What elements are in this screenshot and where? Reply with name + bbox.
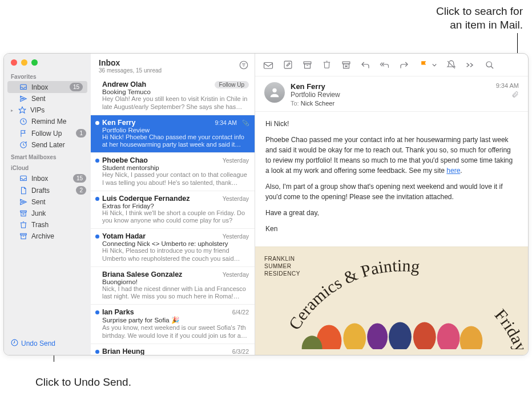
message-subject: Surprise party for Sofia 🎉 bbox=[102, 316, 249, 324]
sidebar-item-label: Archive bbox=[31, 232, 86, 240]
forward-icon[interactable] bbox=[399, 60, 409, 69]
message-item[interactable]: Briana Salese GonzalezYesterdayBuongiorn… bbox=[91, 267, 255, 305]
svg-point-27 bbox=[343, 323, 366, 349]
undo-send-button[interactable]: Undo Send bbox=[4, 333, 91, 355]
message-preview: Hey Nick, I passed your contact on to th… bbox=[102, 171, 249, 187]
message-list-pane: Inbox 36 messages, 15 unread Andrew Olah… bbox=[91, 54, 255, 355]
junk-icon[interactable] bbox=[341, 60, 351, 70]
message-item[interactable]: Brian Heung6/3/22Book cover?Hi Nick, so … bbox=[91, 344, 255, 355]
mail-from[interactable]: Ken Ferry bbox=[291, 82, 490, 91]
message-from: Andrew Olah bbox=[102, 80, 211, 88]
close-window-button[interactable] bbox=[11, 59, 17, 66]
flag-icon[interactable] bbox=[418, 60, 429, 70]
message-date: Yesterday bbox=[223, 157, 249, 164]
sidebar-item-icloud-trash[interactable]: Trash bbox=[4, 219, 91, 231]
message-item[interactable]: Andrew OlahFollow UpBooking TemucoHey Ol… bbox=[91, 77, 255, 115]
mail-p2: Phoebe Chao passed me your contact info … bbox=[265, 135, 518, 176]
sidebar-item-label: Inbox bbox=[31, 175, 69, 183]
sidebar-section-smart: Smart Mailboxes bbox=[4, 151, 91, 161]
sidebar-item-fav-vips[interactable]: ▸VIPs bbox=[4, 104, 91, 116]
compose-icon[interactable] bbox=[283, 60, 293, 70]
message-from: Luis Coderque Fernandez bbox=[102, 195, 219, 203]
search-icon[interactable] bbox=[485, 60, 495, 70]
reply-all-icon[interactable] bbox=[380, 60, 390, 69]
message-from: Briana Salese Gonzalez bbox=[102, 270, 219, 278]
sidebar-item-icloud-archive[interactable]: Archive bbox=[4, 231, 91, 242]
sidebar-item-fav-follow-up[interactable]: Follow Up1 bbox=[4, 127, 91, 139]
mail-p1: Hi Nick! bbox=[265, 119, 518, 129]
sidebar-item-icloud-junk[interactable]: Junk bbox=[4, 208, 91, 219]
sidebar-item-label: Remind Me bbox=[31, 118, 86, 126]
message-item[interactable]: Ian Parks6/4/22Surprise party for Sofia … bbox=[91, 305, 255, 344]
archive-icon[interactable] bbox=[302, 60, 312, 70]
svg-point-29 bbox=[389, 322, 412, 349]
message-item[interactable]: Yotam HadarYesterdayConnecting Nick <> U… bbox=[91, 229, 255, 267]
minimize-window-button[interactable] bbox=[21, 59, 27, 66]
count-badge: 2 bbox=[76, 186, 86, 195]
message-preview: Hi Nick, Pleased to introduce you to my … bbox=[102, 247, 249, 263]
count-badge: 15 bbox=[73, 174, 86, 183]
sent-icon bbox=[19, 95, 27, 103]
sidebar-item-icloud-drafts[interactable]: Drafts2 bbox=[4, 184, 91, 196]
sidebar-item-fav-remind-me[interactable]: Remind Me bbox=[4, 116, 91, 127]
svg-text:Ceramics & Painting: Ceramics & Painting bbox=[285, 256, 421, 333]
message-date: Yesterday bbox=[223, 195, 249, 202]
trash-icon[interactable] bbox=[321, 60, 332, 70]
unread-dot-icon bbox=[95, 121, 99, 125]
message-item[interactable]: Phoebe ChaoYesterdayStudent mentorshipHe… bbox=[91, 153, 255, 191]
attachment-preview[interactable]: FRANKLIN SUMMER RESIDENCY Ceramics & Pai… bbox=[255, 247, 528, 355]
message-from: Phoebe Chao bbox=[102, 156, 219, 164]
zoom-window-button[interactable] bbox=[31, 59, 38, 66]
sidebar-item-label: VIPs bbox=[30, 106, 86, 114]
window-controls bbox=[4, 54, 91, 70]
followup-pill: Follow Up bbox=[215, 81, 249, 88]
reply-icon[interactable] bbox=[360, 60, 370, 69]
sender-avatar[interactable] bbox=[264, 82, 285, 103]
message-item[interactable]: Luis Coderque FernandezYesterdayExtras f… bbox=[91, 191, 255, 229]
attachment-label: FRANKLIN SUMMER RESIDENCY bbox=[264, 255, 300, 277]
more-icon[interactable] bbox=[465, 62, 475, 68]
mail-subject: Portfolio Review bbox=[291, 91, 490, 99]
sidebar-item-fav-send-later[interactable]: Send Later bbox=[4, 139, 91, 151]
svg-point-23 bbox=[272, 88, 276, 92]
sidebar-item-icloud-sent[interactable]: Sent bbox=[4, 196, 91, 208]
message-subject: Portfolio Review bbox=[102, 127, 249, 134]
undo-send-icon bbox=[11, 339, 18, 348]
mail-p4: Have a great day, bbox=[265, 208, 518, 218]
mail-to-value[interactable]: Nick Scheer bbox=[301, 100, 334, 107]
message-subject: Booking Temuco bbox=[102, 88, 249, 95]
sent-icon bbox=[19, 198, 27, 206]
attachment-indicator-icon[interactable] bbox=[496, 91, 519, 99]
svg-rect-13 bbox=[264, 62, 273, 68]
mute-icon[interactable] bbox=[446, 60, 456, 70]
sidebar-section-icloud: iCloud bbox=[4, 161, 91, 172]
filter-button[interactable] bbox=[239, 60, 249, 72]
archive-icon bbox=[19, 232, 27, 240]
count-badge: 1 bbox=[76, 129, 86, 138]
sidebar-item-label: Sent bbox=[31, 95, 86, 103]
inbox-icon bbox=[19, 83, 27, 91]
sidebar-item-fav-sent[interactable]: Sent bbox=[4, 93, 91, 104]
junk-icon bbox=[19, 209, 27, 217]
mail-p3: Also, I'm part of a group show that's op… bbox=[265, 181, 518, 202]
mailbox-subtitle: 36 messages, 15 unread bbox=[99, 67, 239, 74]
message-subject: Buongiorno! bbox=[102, 278, 249, 285]
paperclip-icon: 📎 bbox=[242, 120, 249, 126]
flag-icon bbox=[19, 130, 27, 138]
clock-icon bbox=[19, 118, 27, 126]
sidebar-item-fav-inbox[interactable]: Inbox15 bbox=[7, 81, 87, 93]
message-preview: Hi Nick! Phoebe Chao passed me your cont… bbox=[102, 134, 249, 149]
sidebar-item-label: Trash bbox=[31, 221, 86, 229]
svg-marker-0 bbox=[19, 107, 26, 113]
message-item[interactable]: Ken Ferry9:34 AM📎Portfolio ReviewHi Nick… bbox=[91, 115, 255, 153]
portfolio-link[interactable]: here bbox=[446, 167, 460, 175]
flag-menu-chevron-icon[interactable] bbox=[432, 63, 437, 67]
svg-rect-16 bbox=[304, 63, 310, 68]
unread-dot-icon bbox=[95, 197, 99, 201]
sidebar-item-label: Junk bbox=[31, 209, 86, 217]
unread-dot-icon bbox=[95, 310, 99, 314]
new-mail-icon[interactable] bbox=[263, 60, 273, 70]
message-from: Yotam Hadar bbox=[102, 232, 219, 240]
svg-point-28 bbox=[367, 323, 388, 349]
sidebar-item-icloud-inbox[interactable]: Inbox15 bbox=[4, 172, 91, 184]
